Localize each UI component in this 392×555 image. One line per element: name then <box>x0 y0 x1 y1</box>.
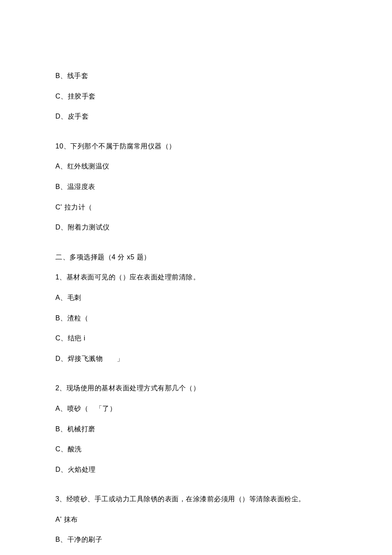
q10-stem: 10、下列那个不属于防腐常用仪器（） <box>55 141 337 152</box>
s2q2-option-d: D、火焰处理 <box>55 464 337 475</box>
section2-title: 二、多项选择题（4 分 x5 题） <box>55 252 337 263</box>
s2q1-option-d: D、焊接飞溅物 」 <box>55 353 337 364</box>
q9-option-b: B、线手套 <box>55 70 337 81</box>
s2q2-stem: 2、现场使用的基材表面处理方式有那几个（） <box>55 383 337 394</box>
s2q1-option-a: A、毛刺 <box>55 292 337 303</box>
q10-option-a: A、红外线测温仪 <box>55 161 337 172</box>
s2q3-option-b: B、干净的刷子 <box>55 534 337 545</box>
s2q3-stem: 3、经喷砂、手工或动力工具除锈的表面，在涂漆前必须用（）等清除表面粉尘。 <box>55 494 337 505</box>
s2q1-stem: 1、基材表面可见的（）应在表面处理前清除。 <box>55 272 337 283</box>
q10-option-d: D、附着力测试仪 <box>55 222 337 233</box>
q10-option-b: B、温湿度表 <box>55 181 337 192</box>
s2q1-option-c: C、结疤 i <box>55 333 337 344</box>
q9-option-d: D、皮手套 <box>55 111 337 122</box>
s2q2-option-a: A、喷砂（ 「了） <box>55 403 337 414</box>
s2q1-option-b: B、渣粒（ <box>55 313 337 324</box>
q9-option-c: C、挂胶手套 <box>55 91 337 102</box>
s2q2-option-b: B、机械打磨 <box>55 424 337 435</box>
s2q2-option-c: C、酸洗 <box>55 444 337 455</box>
s2q3-option-a: A' 抹布 <box>55 514 337 525</box>
q10-option-c: C' 拉力计（ <box>55 202 337 213</box>
